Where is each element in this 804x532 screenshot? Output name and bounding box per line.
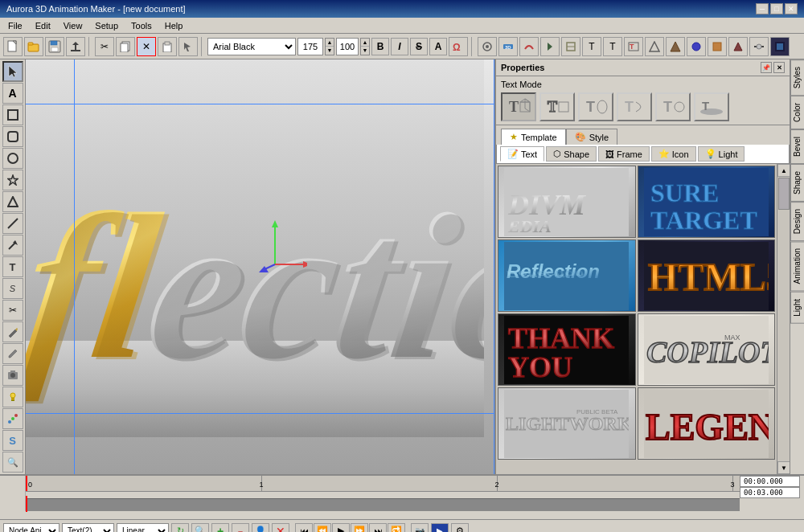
- template-html5[interactable]: HTML5: [638, 239, 776, 312]
- maximize-button[interactable]: □: [770, 3, 783, 14]
- search-button[interactable]: 🔍: [191, 523, 209, 533]
- tb-btn-3[interactable]: [519, 37, 539, 56]
- play-button[interactable]: ▶: [332, 523, 350, 533]
- camera-view-button[interactable]: 📷: [411, 523, 429, 533]
- tb-btn-6[interactable]: T: [582, 37, 601, 56]
- text-mode-btn-6[interactable]: T: [694, 92, 729, 121]
- transform-gizmo[interactable]: [259, 216, 307, 272]
- canvas-area[interactable]: fl fl ection ection fl ection: [26, 59, 494, 474]
- strikethrough-button[interactable]: S: [410, 38, 428, 55]
- go-end-button[interactable]: ⏭: [369, 523, 387, 533]
- font-scale-spinner[interactable]: ▲ ▼: [360, 38, 370, 55]
- font-family-select[interactable]: Arial Black: [207, 38, 296, 55]
- special-btn[interactable]: Ω: [449, 37, 468, 56]
- font-size-up[interactable]: ▲: [326, 39, 334, 47]
- save-button[interactable]: [45, 37, 64, 56]
- menu-file[interactable]: File: [3, 19, 27, 32]
- go-start-button[interactable]: ⏮: [295, 523, 313, 533]
- tb-btn-5[interactable]: [561, 37, 580, 56]
- tb-btn-9[interactable]: [645, 37, 664, 56]
- side-tab-light[interactable]: Light: [790, 292, 804, 324]
- menu-help[interactable]: Help: [160, 19, 188, 32]
- text-tool[interactable]: A: [2, 83, 23, 104]
- close-button[interactable]: ✕: [785, 3, 798, 14]
- italic-button[interactable]: I: [391, 38, 408, 55]
- font-size-down[interactable]: ▼: [326, 47, 334, 55]
- triangle-tool[interactable]: [2, 191, 23, 212]
- style-tab[interactable]: 🎨 Style: [566, 129, 617, 145]
- side-tab-shape[interactable]: Shape: [790, 164, 804, 202]
- cut-button[interactable]: ✂: [95, 37, 114, 56]
- eyedropper-tool[interactable]: [2, 343, 23, 364]
- side-tab-color[interactable]: Color: [790, 96, 804, 129]
- menu-view[interactable]: View: [59, 19, 88, 32]
- select-tool[interactable]: [2, 61, 23, 82]
- menu-setup[interactable]: Setup: [90, 19, 123, 32]
- tb-btn-8[interactable]: T: [624, 37, 643, 56]
- s-tool[interactable]: S: [2, 430, 23, 451]
- panel-pin-button[interactable]: 📌: [761, 62, 772, 73]
- timeline-playhead[interactable]: [26, 476, 27, 491]
- bold-button[interactable]: B: [371, 38, 389, 55]
- sub-tab-icon[interactable]: ⭐Icon: [651, 146, 696, 162]
- font-scale-up[interactable]: ▲: [361, 39, 369, 47]
- tb-btn-1[interactable]: [478, 37, 497, 56]
- minus-button[interactable]: −: [232, 523, 249, 533]
- tb-btn-10[interactable]: [666, 37, 685, 56]
- side-tab-styles[interactable]: Styles: [790, 59, 804, 96]
- add-green-button[interactable]: +: [211, 523, 229, 533]
- font-size-input[interactable]: [297, 38, 323, 55]
- sub-tab-shape[interactable]: ⬡Shape: [546, 146, 597, 162]
- rect-tool[interactable]: [2, 104, 23, 125]
- text-mode-btn-3[interactable]: T: [578, 92, 613, 121]
- linear-select[interactable]: Linear: [117, 523, 169, 533]
- side-tab-animation[interactable]: Animation: [790, 241, 804, 291]
- tb-btn-2[interactable]: 3D: [498, 37, 518, 56]
- font-scale-input[interactable]: [336, 38, 359, 55]
- template-divmedia[interactable]: DIVM EDIA: [498, 166, 636, 238]
- delete-button[interactable]: ✕: [137, 37, 156, 56]
- template-reflection[interactable]: Reflection Reflection: [498, 239, 636, 312]
- render-button[interactable]: ▶: [431, 523, 449, 533]
- template-copilot[interactable]: COPILOT MAX: [638, 313, 776, 386]
- template-suretarget[interactable]: SURE TARGET: [638, 166, 776, 238]
- panel-close-button[interactable]: ✕: [773, 62, 785, 73]
- allcaps-button[interactable]: A: [429, 38, 447, 55]
- node-ani-select[interactable]: Node Ani: [3, 523, 59, 533]
- side-tab-bevel[interactable]: Bevel: [790, 129, 804, 164]
- light-tool[interactable]: [2, 387, 23, 407]
- sub-tab-text[interactable]: 📝Text: [500, 146, 544, 162]
- font-scale-down[interactable]: ▼: [361, 47, 369, 55]
- text-mode-btn-5[interactable]: T: [655, 92, 691, 121]
- circle-tool[interactable]: [2, 148, 23, 169]
- paste-button[interactable]: [158, 37, 177, 56]
- scroll-up-button[interactable]: ▲: [777, 164, 790, 177]
- person-button[interactable]: 👤: [252, 523, 269, 533]
- side-tab-design[interactable]: Design: [790, 202, 804, 241]
- tb-btn-15[interactable]: [770, 37, 790, 56]
- scroll-down-button[interactable]: ▼: [777, 461, 790, 474]
- tb-btn-14[interactable]: [749, 37, 769, 56]
- settings-button[interactable]: ⚙: [451, 523, 469, 533]
- font-size-spinner[interactable]: ▲ ▼: [325, 38, 334, 55]
- rounded-rect-tool[interactable]: [2, 126, 23, 147]
- minimize-button[interactable]: ─: [756, 3, 769, 14]
- text-mode-btn-4[interactable]: T: [617, 92, 652, 121]
- tb-btn-13[interactable]: [728, 37, 748, 56]
- zoom-tool[interactable]: 🔍: [2, 452, 23, 473]
- menu-edit[interactable]: Edit: [31, 19, 55, 32]
- go-forward-button[interactable]: ⏩: [351, 523, 368, 533]
- camera-tool[interactable]: [2, 365, 23, 386]
- new-button[interactable]: [3, 37, 23, 56]
- timeline-track[interactable]: [26, 498, 740, 511]
- sub-tab-light[interactable]: 💡Light: [698, 146, 745, 162]
- go-back-button[interactable]: ⏪: [314, 523, 331, 533]
- menu-tools[interactable]: Tools: [126, 19, 157, 32]
- tb-btn-11[interactable]: [687, 37, 706, 56]
- text-object-tool[interactable]: T: [2, 256, 23, 277]
- text2-select[interactable]: Text(2): [62, 523, 114, 533]
- line-tool[interactable]: [2, 213, 23, 234]
- select-button[interactable]: [178, 37, 198, 56]
- scissors-tool[interactable]: ✂: [2, 300, 23, 321]
- tb-btn-4[interactable]: [540, 37, 560, 56]
